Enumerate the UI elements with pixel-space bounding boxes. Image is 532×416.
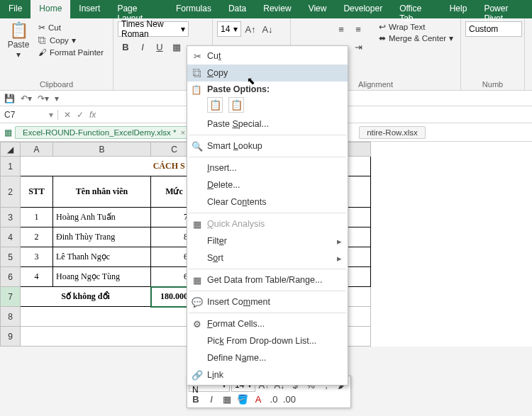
data-cell[interactable]: Đinh Thùy Trang bbox=[53, 227, 151, 247]
workbook-tab-2[interactable]: ntire-Row.xlsx bbox=[359, 126, 426, 139]
row-header[interactable]: 4 bbox=[1, 227, 21, 247]
ctx-get-data[interactable]: ▦Get Data from Table/Range... bbox=[187, 271, 348, 288]
menu-home[interactable]: Home bbox=[31, 0, 70, 18]
row-header[interactable]: 1 bbox=[1, 157, 21, 176]
number-format-combo[interactable]: Custom bbox=[465, 21, 522, 37]
ctx-paste-special[interactable]: Paste Special... bbox=[187, 116, 348, 133]
save-button[interactable]: 💾 bbox=[4, 94, 15, 103]
menu-page-layout[interactable]: Page Layout bbox=[109, 0, 167, 18]
menu-data[interactable]: Data bbox=[220, 0, 255, 18]
context-menu: ✂Cut ⿻Copy 📋Paste Options: 📋 📋 Paste Spe… bbox=[187, 45, 348, 386]
row-header[interactable]: 3 bbox=[1, 208, 21, 227]
data-cell[interactable]: 3 bbox=[21, 247, 53, 267]
data-cell[interactable]: 1 bbox=[21, 208, 53, 227]
ctx-format-cells[interactable]: ⚙Format Cells... bbox=[187, 315, 348, 332]
ctx-filter[interactable]: Filter▸ bbox=[187, 232, 348, 249]
ctx-insert[interactable]: Insert... bbox=[187, 159, 348, 176]
mini-border[interactable]: ▦ bbox=[220, 392, 234, 406]
chevron-down-icon: ▾ bbox=[4, 50, 33, 60]
redo-button[interactable]: ↷▾ bbox=[38, 94, 49, 103]
wrap-text-button[interactable]: ↩Wrap Text bbox=[379, 21, 453, 33]
paste-option-values[interactable]: 📋 bbox=[228, 97, 244, 113]
data-cell[interactable]: 4 bbox=[21, 267, 53, 287]
font-name-combo[interactable]: Times New Roman▾ bbox=[118, 21, 189, 37]
group-clipboard: 📋 Paste ▾ ✂Cut ⿻Copy ▾ 🖌Format Painter C… bbox=[0, 18, 113, 90]
ctx-copy[interactable]: ⿻Copy bbox=[187, 64, 348, 81]
format-painter-button[interactable]: 🖌Format Painter bbox=[35, 47, 104, 58]
row-header[interactable]: 9 bbox=[1, 327, 21, 347]
search-icon: 🔍 bbox=[191, 141, 204, 152]
header-cell[interactable]: Tên nhân viên bbox=[53, 176, 151, 208]
data-cell[interactable]: 2 bbox=[21, 227, 53, 247]
select-all-button[interactable]: ◢ bbox=[1, 142, 21, 157]
row-header[interactable]: 8 bbox=[1, 307, 21, 327]
paste-button[interactable]: 📋 Paste ▾ bbox=[4, 21, 33, 60]
workbook-tab-1[interactable]: Excel-ROUND-Function_ExcelDemy.xlsx *× bbox=[15, 126, 193, 139]
menu-review[interactable]: Review bbox=[255, 0, 299, 18]
mini-bold[interactable]: B bbox=[189, 392, 203, 406]
ctx-quick-analysis: ▦Quick Analysis bbox=[187, 215, 348, 232]
ctx-define-name[interactable]: Define Name... bbox=[187, 349, 348, 366]
ctx-link[interactable]: 🔗Link bbox=[187, 366, 348, 383]
chevron-right-icon: ▸ bbox=[337, 253, 342, 264]
header-cell[interactable]: STT bbox=[21, 176, 53, 208]
align-middle-button[interactable]: ≡ bbox=[350, 21, 366, 37]
cursor-icon: ⬉ bbox=[247, 75, 255, 86]
menu-help[interactable]: Help bbox=[441, 0, 476, 18]
ctx-pick-dropdown[interactable]: Pick From Drop-down List... bbox=[187, 332, 348, 349]
fx-button[interactable]: fx bbox=[89, 110, 96, 120]
mini-decrease-decimal[interactable]: .0 bbox=[267, 392, 281, 406]
undo-button[interactable]: ↶▾ bbox=[21, 94, 32, 103]
row-header[interactable]: 6 bbox=[1, 267, 21, 287]
border-button[interactable]: ▦ bbox=[169, 39, 184, 55]
link-icon: 🔗 bbox=[191, 370, 204, 381]
brush-icon: 🖌 bbox=[38, 48, 47, 57]
data-cell[interactable]: Số không đổi bbox=[21, 287, 151, 307]
mini-fill-color[interactable]: 🪣 bbox=[235, 392, 250, 406]
menu-file[interactable]: File bbox=[0, 0, 31, 18]
tab-list-icon[interactable]: ▦ bbox=[4, 128, 12, 137]
mini-increase-decimal[interactable]: .00 bbox=[282, 392, 297, 406]
menu-power-pivot[interactable]: Power Pivot bbox=[475, 0, 532, 18]
enter-formula-button[interactable]: ✓ bbox=[77, 110, 84, 120]
name-box[interactable]: C7▾ bbox=[0, 110, 58, 120]
ctx-delete[interactable]: Delete... bbox=[187, 176, 348, 193]
mini-italic[interactable]: I bbox=[204, 392, 218, 406]
paste-option-default[interactable]: 📋 bbox=[207, 97, 223, 113]
decrease-font-button[interactable]: A↓ bbox=[260, 21, 275, 37]
ctx-clear-contents[interactable]: Clear Contents bbox=[187, 193, 348, 210]
row-header[interactable]: 7 bbox=[1, 287, 21, 307]
mini-font-color[interactable]: A bbox=[251, 392, 265, 406]
ctx-sort[interactable]: Sort▸ bbox=[187, 249, 348, 266]
data-cell[interactable]: Lê Thanh Ngọc bbox=[53, 247, 151, 267]
menu-view[interactable]: View bbox=[300, 0, 336, 18]
cut-button[interactable]: ✂Cut bbox=[35, 21, 104, 34]
align-top-button[interactable]: ≡ bbox=[333, 21, 349, 37]
row-header[interactable]: 5 bbox=[1, 247, 21, 267]
merge-icon: ⬌ bbox=[379, 33, 386, 43]
increase-indent-button[interactable]: ⇥ bbox=[350, 39, 366, 55]
merge-center-button[interactable]: ⬌Merge & Center ▾ bbox=[379, 33, 453, 44]
italic-button[interactable]: I bbox=[135, 39, 150, 55]
menu-insert[interactable]: Insert bbox=[70, 0, 109, 18]
data-cell[interactable]: Hoang Ngọc Tùng bbox=[53, 267, 151, 287]
menu-office-tab[interactable]: Office Tab bbox=[391, 0, 441, 18]
ctx-paste-options-label: 📋Paste Options: bbox=[187, 81, 348, 96]
row-header[interactable]: 2 bbox=[1, 176, 21, 208]
ctx-smart-lookup[interactable]: 🔍Smart Lookup bbox=[187, 137, 348, 154]
font-size-combo[interactable]: 14▾ bbox=[217, 21, 241, 37]
menu-formulas[interactable]: Formulas bbox=[167, 0, 220, 18]
underline-button[interactable]: U bbox=[152, 39, 167, 55]
paste-label: Paste bbox=[4, 40, 33, 50]
copy-button[interactable]: ⿻Copy ▾ bbox=[35, 34, 104, 47]
qat-more[interactable]: ▾ bbox=[55, 94, 59, 103]
bold-button[interactable]: B bbox=[118, 39, 133, 55]
data-cell[interactable]: Hoàng Anh Tuấn bbox=[53, 208, 151, 227]
ctx-cut[interactable]: ✂Cut bbox=[187, 47, 348, 64]
cancel-formula-button[interactable]: ✕ bbox=[64, 110, 71, 120]
ctx-insert-comment[interactable]: 💬Insert Comment bbox=[187, 293, 348, 310]
increase-font-button[interactable]: A↑ bbox=[243, 21, 258, 37]
close-icon[interactable]: × bbox=[180, 128, 185, 137]
clipboard-icon: 📋 bbox=[191, 84, 202, 95]
menu-developer[interactable]: Developer bbox=[335, 0, 391, 18]
